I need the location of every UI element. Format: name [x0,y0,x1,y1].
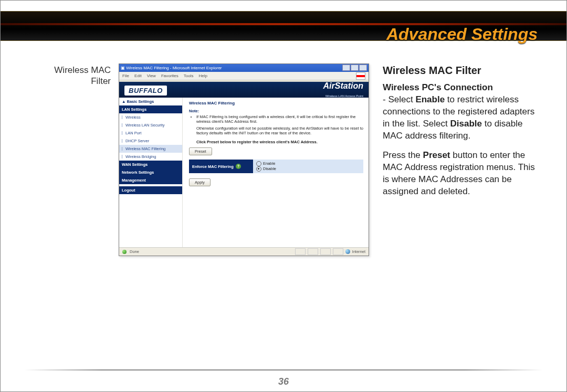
panel-title: Wireless MAC Filtering [189,101,363,105]
buffalo-logo: BUFFALO [124,86,167,96]
figure-caption: Wireless MAC Filter [19,65,111,87]
footer-rule [24,369,543,370]
radio-enable[interactable] [256,161,261,166]
status-zone: Internet [352,249,365,254]
apply-button[interactable]: Apply [189,178,211,186]
ie-icon: ▣ [121,66,125,70]
section-heading: Wireless MAC Filter [383,63,540,78]
window-title-text: Wireless MAC Filtering - Microsoft Inter… [126,66,222,70]
sidebar-management-header[interactable]: Management [119,176,182,184]
router-sidebar: ▲ Basic Settings LAN Settings Wireless W… [119,98,183,248]
sidebar-lan-header[interactable]: LAN Settings [119,105,182,113]
airstation-logo: AirStation [323,81,363,90]
banner-title: Advanced Settings [386,25,538,44]
note-line-2: Otherwise configuration will not be poss… [196,126,363,135]
browser-screenshot: ▣ Wireless MAC Filtering - Microsoft Int… [119,63,369,256]
sidebar-logout[interactable]: Logout [119,186,182,194]
sidebar-item-mac-filtering[interactable]: Wireless MAC Filtering [119,145,182,153]
sidebar-item-dhcp[interactable]: DHCP Server [119,137,182,145]
globe-icon [345,249,350,254]
sidebar-network-header[interactable]: Network Settings [119,168,182,176]
help-icon[interactable]: ? [236,164,241,169]
radio-disable[interactable] [256,166,261,172]
browser-menu-bar[interactable]: FileEditViewFavoritesToolsHelp [119,72,369,80]
window-title-bar: ▣ Wireless MAC Filtering - Microsoft Int… [119,64,369,72]
note-line-3: Click Preset below to register the wirel… [196,140,363,144]
windows-flag-icon [356,72,365,80]
done-icon [122,250,127,254]
enforce-row: Enforce MAC Filtering ? Enable Disable [189,160,363,173]
sidebar-item-wireless[interactable]: Wireless [119,113,182,121]
sidebar-basic-settings[interactable]: ▲ Basic Settings [119,98,182,105]
note-label: Note: [189,109,363,113]
sidebar-item-wlan-security[interactable]: Wireless LAN Security [119,121,182,129]
sidebar-item-bridging[interactable]: Wireless Bridging [119,153,182,161]
browser-status-bar: Done Internet [119,247,369,256]
sidebar-wan-header[interactable]: WAN Settings [119,161,182,168]
body-text: Wireless MAC Filter Wireless PC's Connec… [383,63,540,197]
note-line-1: If MAC Filtering is being configured wit… [196,114,363,124]
page-banner: Advanced Settings [1,11,566,41]
sidebar-item-lan-port[interactable]: LAN Port [119,129,182,137]
window-buttons[interactable] [342,65,367,72]
page-number: 36 [1,376,566,387]
preset-button[interactable]: Preset [189,147,212,155]
router-main-panel: Wireless MAC Filtering Note: If MAC Filt… [183,98,369,248]
enforce-label: Enforce MAC Filtering [192,164,234,169]
router-brand-bar: BUFFALO AirStationWireless LAN Access Po… [119,82,369,99]
status-done: Done [130,249,139,254]
